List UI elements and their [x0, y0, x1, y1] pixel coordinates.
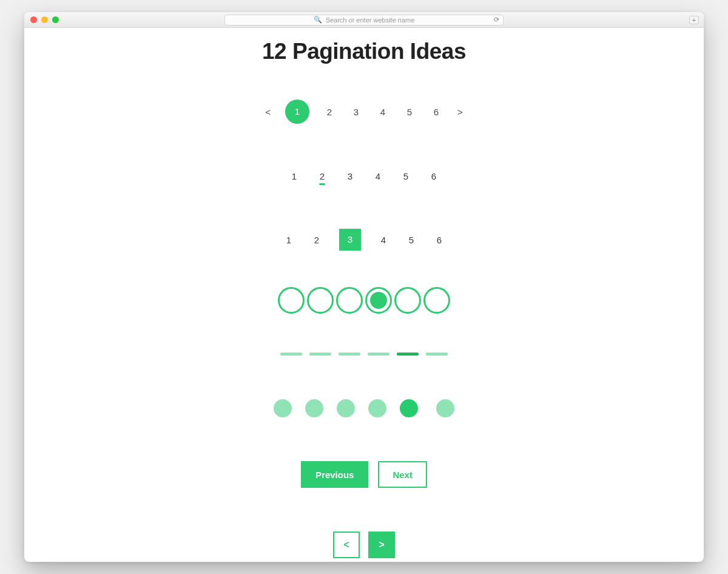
- page-number[interactable]: 5: [406, 235, 417, 245]
- page-number[interactable]: 3: [339, 229, 361, 251]
- pagination-style-1: < 1 2 3 4 5 6 >: [264, 100, 464, 124]
- pagination-style-2: 1 2 3 4 5 6: [289, 171, 439, 181]
- page-dot[interactable]: [394, 287, 421, 314]
- page-number[interactable]: 4: [372, 171, 383, 181]
- page-dot[interactable]: [368, 399, 386, 417]
- search-icon: 🔍: [314, 16, 322, 24]
- page-number[interactable]: 2: [311, 235, 322, 245]
- close-button[interactable]: [30, 16, 37, 23]
- previous-button[interactable]: <: [333, 532, 360, 558]
- page-number[interactable]: 6: [430, 107, 443, 117]
- next-button[interactable]: >: [368, 532, 395, 558]
- page-dash[interactable]: [309, 353, 331, 356]
- page-dot[interactable]: [436, 399, 454, 417]
- page-dot[interactable]: [305, 399, 323, 417]
- page-dash[interactable]: [368, 353, 389, 356]
- new-tab-button[interactable]: +: [689, 16, 699, 24]
- pagination-style-8: < >: [333, 532, 395, 558]
- page-number[interactable]: 6: [428, 171, 439, 181]
- page-number[interactable]: 1: [285, 100, 309, 124]
- browser-window: 🔍 Search or enter website name ⟳ + 12 Pa…: [24, 12, 704, 562]
- address-bar[interactable]: 🔍 Search or enter website name ⟳: [224, 15, 504, 25]
- pagination-style-6: [274, 399, 454, 417]
- window-controls: [30, 16, 59, 23]
- page-number[interactable]: 5: [400, 171, 411, 181]
- maximize-button[interactable]: [52, 16, 59, 23]
- page-number[interactable]: 6: [434, 235, 445, 245]
- minimize-button[interactable]: [41, 16, 48, 23]
- page-dot[interactable]: [337, 399, 355, 417]
- page-dot[interactable]: [423, 287, 450, 314]
- prev-arrow[interactable]: <: [264, 107, 272, 117]
- page-dash[interactable]: [426, 353, 448, 356]
- page-dot[interactable]: [307, 287, 334, 314]
- page-number[interactable]: 3: [345, 171, 356, 181]
- next-arrow[interactable]: >: [456, 107, 464, 117]
- next-button[interactable]: Next: [378, 461, 427, 488]
- page-number[interactable]: 2: [317, 171, 328, 181]
- page-number[interactable]: 1: [289, 171, 300, 181]
- page-dash[interactable]: [339, 353, 360, 356]
- page-dot[interactable]: [336, 287, 363, 314]
- previous-button[interactable]: Previous: [301, 461, 368, 488]
- page-title: 12 Pagination Ideas: [24, 39, 704, 64]
- titlebar: 🔍 Search or enter website name ⟳ +: [24, 12, 704, 28]
- page-number[interactable]: 3: [349, 107, 363, 117]
- address-placeholder: Search or enter website name: [326, 16, 415, 24]
- pagination-style-3: 1 2 3 4 5 6: [283, 229, 445, 251]
- pagination-style-5: [280, 353, 448, 356]
- reload-icon[interactable]: ⟳: [494, 16, 499, 24]
- page-dash[interactable]: [397, 353, 419, 356]
- page-dot[interactable]: [400, 399, 418, 417]
- page-number[interactable]: 4: [376, 107, 389, 117]
- page-number[interactable]: 2: [323, 107, 336, 117]
- pagination-style-4: [278, 287, 450, 314]
- page-number[interactable]: 5: [403, 107, 416, 117]
- page-dot[interactable]: [365, 287, 392, 314]
- pagination-stack: < 1 2 3 4 5 6 > 1 2 3 4 5 6 1 2: [24, 100, 704, 558]
- page-number[interactable]: 4: [378, 235, 389, 245]
- page-dot[interactable]: [274, 399, 292, 417]
- page-dash[interactable]: [280, 353, 302, 356]
- page-number[interactable]: 1: [283, 235, 294, 245]
- pagination-style-7: Previous Next: [301, 461, 427, 488]
- page-content: 12 Pagination Ideas < 1 2 3 4 5 6 > 1 2 …: [24, 28, 704, 562]
- page-dot[interactable]: [278, 287, 305, 314]
